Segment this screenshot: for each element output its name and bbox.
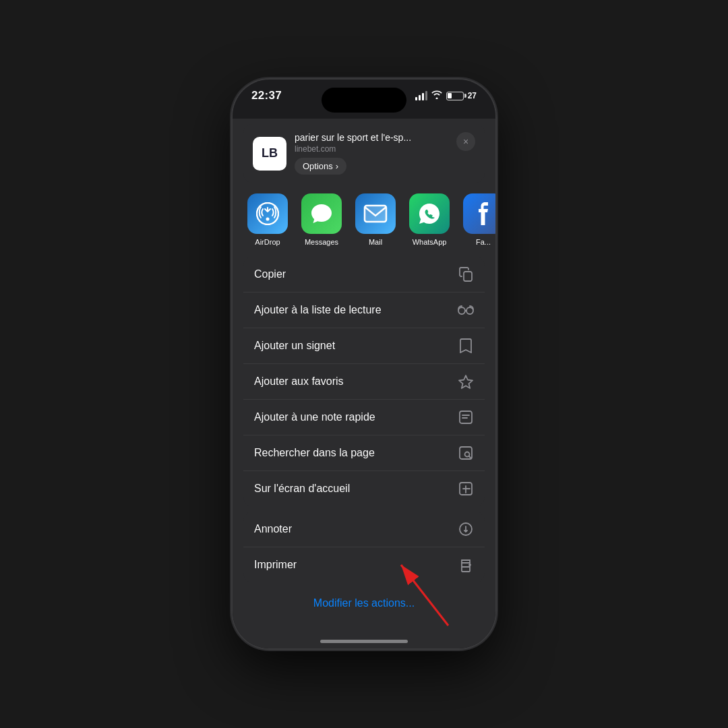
screen: 22:37 27	[233, 80, 495, 648]
svg-rect-2	[365, 206, 386, 222]
menu-item-favorites[interactable]: Ajouter aux favoris	[243, 364, 485, 400]
messages-icon	[301, 193, 342, 234]
messages-label: Messages	[305, 238, 338, 246]
app-item-whatsapp[interactable]: WhatsApp	[405, 193, 454, 246]
star-icon	[458, 373, 474, 390]
menu-item-annotate[interactable]: Annoter	[243, 512, 485, 547]
svg-point-5	[458, 307, 465, 314]
share-url: linebet.com	[295, 144, 475, 154]
share-title: parier sur le sport et l'e-sp...	[295, 132, 475, 143]
menu-item-quick-note[interactable]: Ajouter à une note rapide	[243, 400, 485, 435]
modify-actions[interactable]: Modifier les actions...	[243, 588, 485, 615]
app-item-airdrop[interactable]: AirDrop	[243, 193, 292, 246]
mail-icon	[355, 193, 396, 234]
modify-actions-label: Modifier les actions...	[313, 597, 415, 609]
phone-frame: 22:37 27	[233, 80, 495, 648]
share-info: parier sur le sport et l'e-sp... linebet…	[295, 132, 475, 175]
menu-item-reading-list[interactable]: Ajouter à la liste de lecture	[243, 293, 485, 328]
svg-rect-13	[462, 567, 470, 572]
app-item-mail[interactable]: Mail	[351, 193, 400, 246]
svg-point-1	[266, 218, 270, 221]
svg-point-6	[466, 307, 473, 314]
dynamic-island	[322, 88, 406, 113]
wifi-icon	[431, 90, 442, 101]
share-app-icon: LB	[253, 137, 286, 171]
annotate-icon	[458, 521, 474, 537]
whatsapp-icon	[409, 193, 450, 234]
options-button[interactable]: Options ›	[295, 158, 346, 175]
close-button[interactable]: ×	[456, 132, 475, 151]
battery-percent: 27	[468, 91, 477, 100]
menu-item-home-screen[interactable]: Sur l'écran d'accueil	[243, 471, 485, 506]
svg-rect-4	[464, 272, 472, 281]
close-icon: ×	[463, 136, 468, 147]
airdrop-label: AirDrop	[255, 238, 280, 246]
share-header: LB parier sur le sport et l'e-sp... line…	[243, 124, 485, 183]
menu-item-bookmark[interactable]: Ajouter un signet	[243, 328, 485, 364]
status-icons: 27	[415, 90, 477, 101]
status-time: 22:37	[251, 89, 282, 102]
home-indicator	[320, 640, 408, 643]
book-icon	[458, 338, 474, 354]
mail-label: Mail	[369, 238, 382, 246]
menu-item-search-page[interactable]: Rechercher dans la page	[243, 435, 485, 471]
facebook-label: Fa...	[476, 238, 491, 246]
app-item-messages[interactable]: Messages	[297, 193, 346, 246]
menu-section-2: Annoter Imprimer	[243, 512, 485, 582]
menu-item-copier[interactable]: Copier	[243, 257, 485, 293]
app-item-facebook[interactable]: Fa...	[459, 193, 495, 246]
signal-icon	[415, 91, 427, 100]
svg-marker-7	[459, 375, 473, 388]
svg-rect-8	[460, 411, 472, 423]
print-icon	[458, 557, 474, 573]
copy-icon	[458, 266, 474, 282]
glasses-icon	[458, 302, 474, 318]
menu-section-1: Copier Ajouter à la liste de lecture	[243, 257, 485, 506]
airdrop-icon	[247, 193, 288, 234]
battery-icon	[446, 92, 464, 100]
note-icon	[458, 409, 474, 425]
app-row: AirDrop Messages	[233, 183, 495, 251]
whatsapp-label: WhatsApp	[413, 238, 447, 246]
svg-point-14	[469, 564, 471, 566]
menu-item-print[interactable]: Imprimer	[243, 547, 485, 582]
add-square-icon	[458, 481, 474, 497]
facebook-icon	[463, 193, 495, 234]
search-page-icon	[458, 445, 474, 461]
